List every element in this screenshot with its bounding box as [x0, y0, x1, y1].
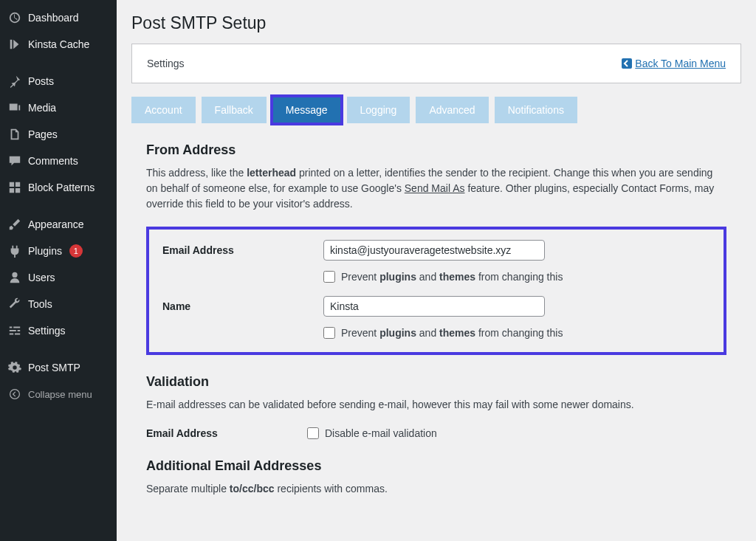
- sidebar-item-comments[interactable]: Comments: [0, 148, 117, 174]
- send-mail-as-link[interactable]: Send Mail As: [405, 182, 465, 194]
- collapse-icon: [7, 387, 22, 402]
- sidebar-item-label: Plugins: [28, 245, 62, 257]
- arrow-left-square-icon: [622, 58, 632, 69]
- validation-email-label: Email Address: [146, 427, 307, 439]
- sidebar-item-label: Media: [28, 102, 56, 114]
- tab-content: From Address This address, like the lett…: [131, 142, 741, 497]
- update-badge: 1: [69, 244, 83, 258]
- disable-validation-checkbox[interactable]: [307, 427, 319, 439]
- dashboard-icon: [7, 10, 22, 25]
- svg-point-0: [10, 390, 20, 399]
- brush-icon: [7, 217, 22, 232]
- additional-heading: Additional Email Addresses: [146, 458, 726, 474]
- main-content: Post SMTP Setup Settings Back To Main Me…: [117, 0, 756, 541]
- from-address-heading: From Address: [146, 142, 726, 158]
- admin-sidebar: Dashboard Kinsta Cache Posts Media Pages…: [0, 0, 117, 541]
- settings-tabs: Account Fallback Message Logging Advance…: [131, 97, 741, 123]
- tab-account[interactable]: Account: [131, 97, 196, 123]
- sidebar-item-appearance[interactable]: Appearance: [0, 211, 117, 238]
- tab-logging[interactable]: Logging: [347, 97, 410, 123]
- validation-desc: E-mail addresses can be validated before…: [146, 397, 726, 413]
- email-address-input[interactable]: [323, 240, 545, 261]
- sidebar-item-label: Block Patterns: [28, 182, 94, 193]
- prevent-email-override-label: Prevent plugins and themes from changing…: [341, 271, 563, 283]
- sidebar-item-label: Dashboard: [28, 12, 79, 24]
- sidebar-item-kinsta-cache[interactable]: Kinsta Cache: [0, 31, 117, 58]
- page-title: Post SMTP Setup: [131, 13, 741, 33]
- blocks-icon: [7, 180, 22, 195]
- pin-icon: [7, 74, 22, 89]
- back-link-text: Back To Main Menu: [635, 58, 726, 69]
- settings-label: Settings: [147, 58, 185, 69]
- user-icon: [7, 270, 22, 285]
- email-address-label: Email Address: [162, 244, 323, 256]
- sidebar-item-block-patterns[interactable]: Block Patterns: [0, 174, 117, 201]
- sidebar-item-label: Posts: [28, 75, 54, 87]
- sidebar-item-label: Tools: [28, 298, 52, 310]
- kinsta-icon: [7, 37, 22, 52]
- plugin-icon: [7, 244, 22, 258]
- wrench-icon: [7, 297, 22, 311]
- sidebar-item-settings[interactable]: Settings: [0, 317, 117, 344]
- tab-fallback[interactable]: Fallback: [202, 97, 267, 123]
- prevent-email-override-checkbox[interactable]: [323, 271, 335, 283]
- sidebar-item-dashboard[interactable]: Dashboard: [0, 4, 117, 31]
- sidebar-item-label: Kinsta Cache: [28, 38, 89, 50]
- sidebar-item-post-smtp[interactable]: Post SMTP: [0, 354, 117, 381]
- sidebar-item-label: Comments: [28, 155, 78, 167]
- sidebar-item-tools[interactable]: Tools: [0, 291, 117, 317]
- prevent-name-override-label: Prevent plugins and themes from changing…: [341, 327, 563, 339]
- name-input[interactable]: [323, 296, 545, 317]
- sidebar-item-posts[interactable]: Posts: [0, 68, 117, 94]
- tab-message[interactable]: Message: [272, 97, 341, 123]
- sidebar-item-plugins[interactable]: Plugins 1: [0, 238, 117, 264]
- sidebar-item-pages[interactable]: Pages: [0, 121, 117, 148]
- comments-icon: [7, 154, 22, 168]
- sidebar-item-label: Post SMTP: [28, 362, 80, 373]
- sidebar-item-label: Pages: [28, 128, 58, 140]
- sidebar-item-users[interactable]: Users: [0, 264, 117, 291]
- media-icon: [7, 100, 22, 115]
- name-label: Name: [162, 300, 323, 312]
- tab-notifications[interactable]: Notifications: [495, 97, 577, 123]
- sidebar-collapse[interactable]: Collapse menu: [0, 381, 117, 407]
- from-address-desc: This address, like the letterhead printe…: [146, 165, 726, 212]
- tab-advanced[interactable]: Advanced: [416, 97, 488, 123]
- settings-card: Settings Back To Main Menu: [131, 44, 741, 83]
- prevent-name-override-checkbox[interactable]: [323, 327, 335, 339]
- pages-icon: [7, 127, 22, 142]
- back-to-main-link[interactable]: Back To Main Menu: [622, 58, 726, 69]
- disable-validation-label: Disable e-mail validation: [325, 427, 437, 439]
- gear-icon: [7, 360, 22, 375]
- validation-heading: Validation: [146, 374, 726, 390]
- additional-desc: Separate multiple to/cc/bcc recipients w…: [146, 481, 726, 497]
- sidebar-item-label: Collapse menu: [28, 389, 92, 400]
- sidebar-item-label: Users: [28, 272, 55, 283]
- sidebar-item-label: Settings: [28, 325, 66, 337]
- sidebar-item-media[interactable]: Media: [0, 94, 117, 121]
- sidebar-item-label: Appearance: [28, 218, 84, 230]
- svg-rect-1: [622, 58, 632, 69]
- sliders-icon: [7, 323, 22, 338]
- from-address-form: Email Address Prevent plugins and themes…: [146, 227, 726, 355]
